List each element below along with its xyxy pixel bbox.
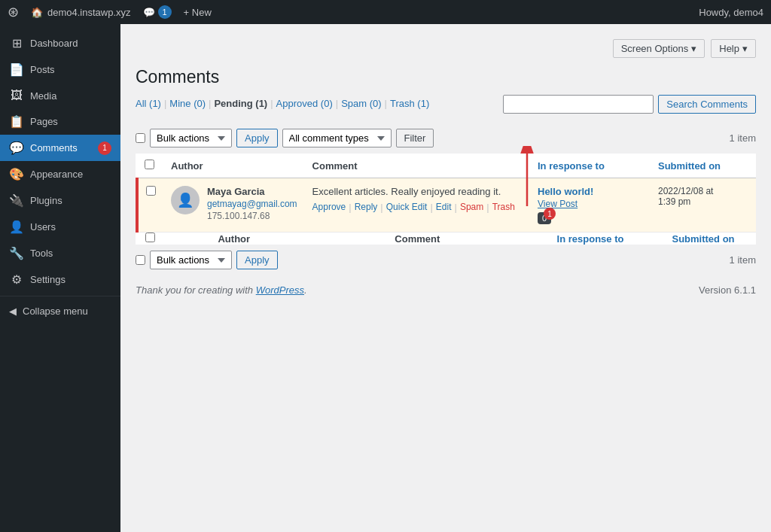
footer-thanks: Thank you for creating with WordPress. — [136, 284, 307, 296]
bottom-actions-row: Bulk actions Apply 1 item — [136, 251, 756, 269]
bubble-badge: 1 — [544, 208, 556, 220]
sidebar-label-pages: Pages — [30, 116, 58, 127]
sidebar-item-dashboard[interactable]: ⊞ Dashboard — [0, 30, 120, 56]
sidebar-item-appearance[interactable]: 🎨 Appearance — [0, 161, 120, 187]
header-response[interactable]: In response to — [530, 154, 651, 178]
submitted-date: 2022/12/08 at — [658, 186, 748, 196]
edit-link[interactable]: Edit — [436, 202, 452, 213]
author-name: Maya Garcia — [207, 186, 297, 197]
search-input[interactable] — [503, 95, 654, 114]
admin-bar: ⊛ 🏠 demo4.instawp.xyz 💬 1 + New Howdy, d… — [0, 0, 771, 24]
sidebar-item-plugins[interactable]: 🔌 Plugins — [0, 187, 120, 214]
appearance-icon: 🎨 — [9, 167, 24, 181]
select-all-footer-checkbox[interactable] — [145, 233, 155, 242]
select-all-checkbox[interactable] — [145, 160, 154, 169]
filter-button[interactable]: Filter — [396, 129, 434, 147]
select-all-top-checkbox[interactable] — [136, 133, 145, 143]
comments-table-wrapper: Author Comment In response to Submitted … — [136, 154, 756, 245]
pages-icon: 📋 — [9, 114, 24, 129]
tab-trash[interactable]: Trash (1) — [390, 98, 429, 109]
tools-icon: 🔧 — [9, 246, 24, 260]
footer-checkbox — [137, 233, 163, 245]
author-email[interactable]: getmayag@gmail.com — [207, 199, 297, 209]
wordpress-link[interactable]: WordPress — [256, 284, 304, 296]
search-comments-button[interactable]: Search Comments — [658, 95, 756, 114]
sidebar-item-posts[interactable]: 📄 Posts — [0, 56, 120, 83]
item-count-top: 1 item — [730, 132, 756, 144]
sidebar-label-settings: Settings — [30, 274, 66, 285]
filter-tabs: All (1) | Mine (0) | Pending (1) | Appro… — [136, 98, 429, 109]
table-footer-row: Author Comment In response to Submitted … — [137, 233, 756, 245]
wp-logo[interactable]: ⊛ — [8, 4, 19, 20]
footer-comment: Comment — [305, 233, 530, 245]
tab-spam[interactable]: Spam (0) — [341, 98, 381, 109]
plugins-icon: 🔌 — [9, 193, 24, 208]
quick-edit-link[interactable]: Quick Edit — [386, 202, 428, 213]
page-title: Comments — [136, 67, 756, 87]
view-post-link[interactable]: View Post — [538, 199, 643, 209]
select-all-bottom-checkbox[interactable] — [136, 255, 145, 265]
comments-table: Author Comment In response to Submitted … — [136, 154, 756, 245]
submitted-time: 1:39 pm — [658, 196, 748, 207]
tab-pending[interactable]: Pending (1) — [214, 98, 267, 109]
comment-type-select[interactable]: All comment types — [282, 129, 392, 147]
help-button[interactable]: Help ▾ — [711, 39, 756, 58]
sidebar-item-comments[interactable]: 💬 Comments 1 — [0, 135, 120, 161]
trash-link[interactable]: Trash — [492, 202, 515, 213]
footer-author: Author — [163, 233, 305, 245]
sidebar-label-users: Users — [30, 221, 56, 233]
table-header-row: Author Comment In response to Submitted … — [137, 154, 756, 178]
settings-icon: ⚙ — [9, 272, 24, 287]
users-icon: 👤 — [9, 220, 24, 234]
sidebar-item-pages[interactable]: 📋 Pages — [0, 108, 120, 135]
admin-menu: ⊞ Dashboard 📄 Posts 🖼 Media 📋 Pages 💬 Co… — [0, 24, 120, 532]
footer: Thank you for creating with WordPress. V… — [136, 269, 756, 303]
sidebar-label-posts: Posts — [30, 64, 55, 75]
sidebar-item-media[interactable]: 🖼 Media — [0, 83, 120, 108]
comments-badge: 1 — [98, 141, 111, 155]
sidebar-item-tools[interactable]: 🔧 Tools — [0, 240, 120, 266]
bulk-actions-select-bottom[interactable]: Bulk actions — [150, 251, 232, 269]
header-checkbox — [137, 154, 163, 178]
row-author-cell: 👤 Maya Garcia getmayag@gmail.com 175.100… — [163, 178, 305, 233]
table-row: 👤 Maya Garcia getmayag@gmail.com 175.100… — [137, 178, 756, 233]
tab-all[interactable]: All (1) — [136, 98, 161, 109]
response-bubble[interactable]: 0 1 — [538, 212, 551, 224]
header-submitted[interactable]: Submitted on — [651, 154, 756, 178]
adminbar-new[interactable]: + New — [184, 7, 212, 18]
screen-options-chevron: ▾ — [691, 43, 696, 54]
sidebar-label-appearance: Appearance — [30, 169, 83, 180]
top-bar: Screen Options ▾ Help ▾ — [136, 39, 756, 58]
apply-button-top[interactable]: Apply — [236, 129, 278, 147]
response-post[interactable]: Hello world! — [538, 186, 643, 197]
site-name[interactable]: 🏠 demo4.instawp.xyz — [31, 7, 131, 18]
row-checkbox[interactable] — [146, 186, 156, 196]
comment-actions: Approve | Reply | Quick Edit | Edit | Sp… — [312, 202, 523, 213]
tab-approved[interactable]: Approved (0) — [276, 98, 333, 109]
apply-button-bottom[interactable]: Apply — [236, 251, 278, 269]
sidebar-item-settings[interactable]: ⚙ Settings — [0, 266, 120, 293]
sidebar-label-plugins: Plugins — [30, 195, 62, 206]
dashboard-icon: ⊞ — [9, 36, 24, 50]
media-icon: 🖼 — [9, 89, 24, 102]
header-comment: Comment — [305, 154, 530, 178]
sidebar-label-dashboard: Dashboard — [30, 38, 78, 49]
posts-icon: 📄 — [9, 62, 24, 77]
sidebar-item-users[interactable]: 👤 Users — [0, 214, 120, 240]
help-label: Help — [719, 43, 739, 54]
sidebar-label-tools: Tools — [30, 248, 53, 259]
avatar: 👤 — [171, 186, 200, 214]
comments-icon: 💬 — [9, 141, 24, 155]
footer-submitted: Submitted on — [651, 233, 756, 245]
bulk-actions-select-top[interactable]: Bulk actions — [150, 129, 232, 147]
tab-mine[interactable]: Mine (0) — [169, 98, 206, 109]
adminbar-comments[interactable]: 💬 1 — [143, 5, 172, 19]
reply-link[interactable]: Reply — [355, 202, 378, 213]
spam-link[interactable]: Spam — [460, 202, 483, 213]
approve-link[interactable]: Approve — [312, 202, 346, 213]
search-row: Search Comments — [503, 95, 756, 114]
row-response-cell: Hello world! View Post 0 1 — [530, 178, 651, 233]
collapse-menu-button[interactable]: ◀ Collapse menu — [0, 299, 120, 323]
help-chevron: ▾ — [742, 43, 748, 54]
screen-options-button[interactable]: Screen Options ▾ — [613, 39, 705, 58]
